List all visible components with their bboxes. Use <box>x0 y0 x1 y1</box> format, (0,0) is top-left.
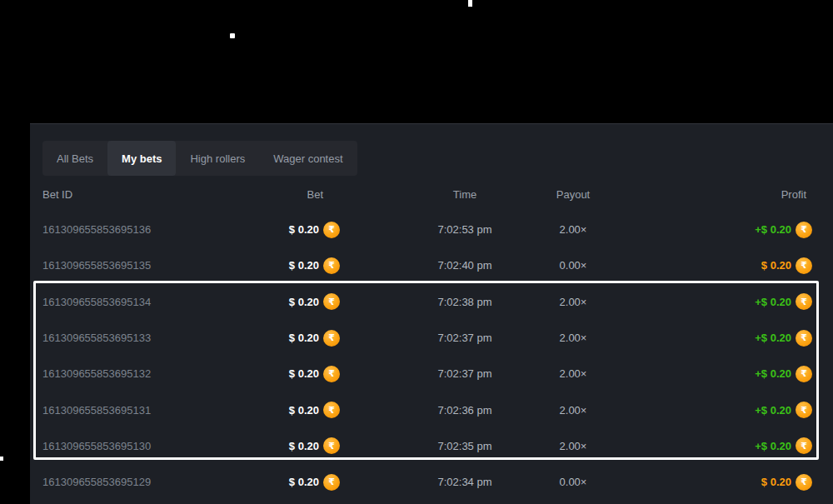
bets-tab-bar: All Bets My bets High rollers Wager cont… <box>42 141 357 176</box>
table-row[interactable]: 161309655853695134 $ 0.20 ₹ 7:02:38 pm 2… <box>30 284 833 320</box>
table-header-row: Bet ID Bet Time Payout Profit <box>30 182 833 206</box>
table-row[interactable]: 161309655853695136 $ 0.20 ₹ 7:02:53 pm 2… <box>30 212 833 247</box>
table-row[interactable]: 161309655853695129 $ 0.20 ₹ 7:02:34 pm 0… <box>30 464 833 500</box>
bet-amount-cell: $ 0.20 ₹ <box>209 257 340 274</box>
profit-amount: $ 0.20 <box>761 476 791 488</box>
time-cell: 7:02:36 pm <box>390 404 540 417</box>
table-row[interactable]: 161309655853695135 $ 0.20 ₹ 7:02:40 pm 0… <box>30 247 833 283</box>
payout-cell: 0.00× <box>540 476 606 488</box>
tab-my-bets[interactable]: My bets <box>107 141 176 176</box>
rupee-coin-icon: ₹ <box>796 330 812 347</box>
time-cell: 7:02:38 pm <box>390 296 540 308</box>
table-row[interactable]: 161309655853695131 $ 0.20 ₹ 7:02:36 pm 2… <box>30 392 833 427</box>
payout-cell: 2.00× <box>540 296 606 308</box>
table-body: 161309655853695136 $ 0.20 ₹ 7:02:53 pm 2… <box>30 212 833 500</box>
bet-amount-cell: $ 0.20 ₹ <box>209 474 340 491</box>
bet-id-cell: 161309655853695133 <box>42 332 209 344</box>
bet-amount: $ 0.20 <box>289 259 319 272</box>
bet-amount: $ 0.20 <box>289 440 319 452</box>
table-row[interactable]: 161309655853695132 $ 0.20 ₹ 7:02:37 pm 2… <box>30 356 833 392</box>
bet-id-cell: 161309655853695131 <box>42 404 209 417</box>
payout-cell: 0.00× <box>540 259 606 272</box>
payout-cell: 2.00× <box>540 367 606 380</box>
bet-amount-cell: $ 0.20 ₹ <box>209 437 340 454</box>
tab-wager-contest[interactable]: Wager contest <box>259 141 357 176</box>
bet-amount: $ 0.20 <box>289 223 319 236</box>
time-cell: 7:02:53 pm <box>390 223 540 236</box>
bet-amount: $ 0.20 <box>289 332 319 344</box>
table-row[interactable]: 161309655853695133 $ 0.20 ₹ 7:02:37 pm 2… <box>30 320 833 356</box>
profit-cell: +$ 0.20 ₹ <box>606 437 812 454</box>
time-cell: 7:02:34 pm <box>390 476 540 488</box>
rupee-coin-icon: ₹ <box>323 257 340 274</box>
header-bet: Bet <box>209 188 340 201</box>
rupee-coin-icon: ₹ <box>796 366 812 382</box>
white-speck <box>0 457 3 461</box>
bet-id-cell: 161309655853695135 <box>42 259 209 272</box>
profit-amount: +$ 0.20 <box>755 440 791 452</box>
time-cell: 7:02:35 pm <box>390 440 540 452</box>
profit-amount: +$ 0.20 <box>755 296 791 308</box>
bet-amount: $ 0.20 <box>289 296 319 308</box>
rupee-coin-icon: ₹ <box>323 330 340 347</box>
profit-cell: +$ 0.20 ₹ <box>606 330 812 347</box>
bet-amount-cell: $ 0.20 ₹ <box>209 222 340 238</box>
rupee-coin-icon: ₹ <box>796 437 812 454</box>
bet-id-cell: 161309655853695136 <box>42 223 209 236</box>
white-speck <box>230 33 235 38</box>
bet-amount-cell: $ 0.20 ₹ <box>209 293 340 310</box>
profit-amount: $ 0.20 <box>761 259 791 272</box>
bet-id-cell: 161309655853695130 <box>42 440 209 452</box>
header-profit: Profit <box>606 188 812 201</box>
profit-cell: +$ 0.20 ₹ <box>606 293 812 310</box>
rupee-coin-icon: ₹ <box>323 474 340 491</box>
bet-amount: $ 0.20 <box>289 476 319 488</box>
table-row[interactable]: 161309655853695130 $ 0.20 ₹ 7:02:35 pm 2… <box>30 428 833 464</box>
rupee-coin-icon: ₹ <box>796 474 812 491</box>
bet-amount: $ 0.20 <box>289 404 319 417</box>
payout-cell: 2.00× <box>540 332 606 344</box>
rupee-coin-icon: ₹ <box>323 437 340 454</box>
rupee-coin-icon: ₹ <box>323 222 340 238</box>
bets-history-panel: All Bets My bets High rollers Wager cont… <box>30 123 833 504</box>
tab-all-bets[interactable]: All Bets <box>42 141 107 176</box>
bet-id-cell: 161309655853695129 <box>42 476 209 488</box>
bet-id-cell: 161309655853695134 <box>42 296 209 308</box>
profit-cell: +$ 0.20 ₹ <box>606 402 812 418</box>
bet-amount-cell: $ 0.20 ₹ <box>209 330 340 347</box>
profit-cell: +$ 0.20 ₹ <box>606 366 812 382</box>
bet-id-cell: 161309655853695132 <box>42 367 209 380</box>
header-bet-id: Bet ID <box>42 188 209 201</box>
profit-amount: +$ 0.20 <box>755 367 791 380</box>
rupee-coin-icon: ₹ <box>796 222 812 238</box>
white-speck <box>468 0 472 7</box>
payout-cell: 2.00× <box>540 223 606 236</box>
rupee-coin-icon: ₹ <box>323 366 340 382</box>
payout-cell: 2.00× <box>540 404 606 417</box>
payout-cell: 2.00× <box>540 440 606 452</box>
profit-cell: +$ 0.20 ₹ <box>606 222 812 238</box>
profit-cell: $ 0.20 ₹ <box>606 474 812 491</box>
profit-amount: +$ 0.20 <box>755 332 791 344</box>
time-cell: 7:02:37 pm <box>390 367 540 380</box>
header-time: Time <box>390 188 540 201</box>
rupee-coin-icon: ₹ <box>796 293 812 310</box>
profit-amount: +$ 0.20 <box>755 223 791 236</box>
time-cell: 7:02:40 pm <box>390 259 540 272</box>
header-payout: Payout <box>540 188 606 201</box>
time-cell: 7:02:37 pm <box>390 332 540 344</box>
bet-amount: $ 0.20 <box>289 367 319 380</box>
tab-high-rollers[interactable]: High rollers <box>176 141 259 176</box>
rupee-coin-icon: ₹ <box>323 293 340 310</box>
rupee-coin-icon: ₹ <box>796 402 812 418</box>
bet-amount-cell: $ 0.20 ₹ <box>209 366 340 382</box>
rupee-coin-icon: ₹ <box>796 257 812 274</box>
profit-amount: +$ 0.20 <box>755 404 791 417</box>
rupee-coin-icon: ₹ <box>323 402 340 418</box>
profit-cell: $ 0.20 ₹ <box>606 257 812 274</box>
bet-amount-cell: $ 0.20 ₹ <box>209 402 340 418</box>
